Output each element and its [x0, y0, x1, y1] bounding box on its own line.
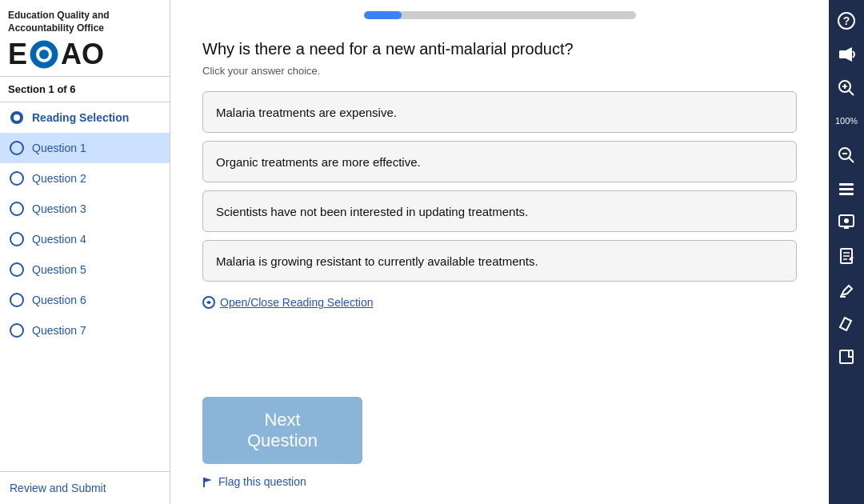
- question7-label: Question 7: [32, 324, 86, 337]
- svg-text:?: ?: [843, 14, 850, 27]
- audio-button[interactable]: [832, 40, 861, 69]
- progress-bar-container: [170, 0, 829, 27]
- question7-icon: [10, 323, 24, 338]
- zoom-out-button[interactable]: [832, 141, 861, 170]
- svg-point-7: [10, 202, 23, 215]
- zoom-level-label: 100%: [832, 107, 861, 136]
- sidebar-item-question-3[interactable]: Question 3: [0, 194, 170, 224]
- sidebar-item-question-4[interactable]: Question 4: [0, 224, 170, 254]
- svg-point-11: [10, 324, 23, 337]
- answer-option-d[interactable]: Malaria is growing resistant to currentl…: [202, 240, 797, 282]
- svg-point-9: [10, 263, 23, 276]
- line-guide-button[interactable]: [832, 174, 861, 203]
- answer-option-a-text: Malaria treatments are expensive.: [216, 106, 397, 119]
- highlight-icon: [838, 281, 855, 298]
- sidebar-item-reading-selection[interactable]: Reading Selection: [0, 102, 170, 133]
- sidebar-item-question-7[interactable]: Question 7: [0, 315, 170, 346]
- svg-rect-28: [839, 193, 854, 195]
- question2-label: Question 2: [32, 172, 86, 185]
- eraser-icon: [838, 314, 855, 332]
- question2-icon: [10, 171, 24, 186]
- answer-option-a[interactable]: Malaria treatments are expensive.: [202, 91, 797, 133]
- section-label: Section 1 of 6: [0, 77, 170, 102]
- svg-rect-17: [839, 50, 846, 58]
- svg-point-6: [10, 172, 23, 185]
- eqao-logo: E AO: [8, 39, 162, 70]
- question-area: Why is there a need for a new anti-malar…: [170, 27, 829, 373]
- svg-marker-13: [204, 478, 212, 482]
- link-icon: [202, 296, 215, 309]
- question3-label: Question 3: [32, 202, 86, 215]
- sticky-note-icon: [838, 348, 855, 366]
- answer-option-c-text: Scientists have not been interested in u…: [216, 205, 528, 218]
- question5-label: Question 5: [32, 263, 86, 276]
- help-button[interactable]: ?: [832, 6, 861, 35]
- question-title: Why is there a need for a new anti-malar…: [202, 40, 797, 58]
- svg-marker-38: [840, 318, 851, 330]
- question3-icon: [10, 202, 24, 216]
- notepad-button[interactable]: [832, 242, 861, 270]
- answer-option-c[interactable]: Scientists have not been interested in u…: [202, 190, 797, 232]
- svg-marker-18: [846, 47, 852, 62]
- zoom-in-button[interactable]: [832, 74, 861, 102]
- answer-option-d-text: Malaria is growing resistant to currentl…: [216, 254, 538, 268]
- svg-point-30: [844, 218, 849, 223]
- svg-line-20: [849, 90, 854, 95]
- next-question-button[interactable]: Next Question: [202, 397, 362, 464]
- flag-question-label: Flag this question: [218, 475, 306, 488]
- progress-bar-track: [364, 11, 636, 19]
- svg-point-10: [10, 294, 23, 306]
- svg-rect-26: [839, 183, 854, 186]
- review-submit-link[interactable]: Review and Submit: [0, 471, 170, 504]
- question5-icon: [10, 262, 24, 277]
- progress-bar-fill: [364, 11, 402, 19]
- question6-label: Question 6: [32, 294, 86, 306]
- screen-reader-button[interactable]: [832, 208, 861, 237]
- reading-selection-label: Reading Selection: [32, 111, 129, 124]
- question-instruction: Click your answer choice.: [202, 65, 797, 77]
- answer-option-b-text: Organic treatments are more effective.: [216, 155, 421, 169]
- highlight-button[interactable]: [832, 275, 861, 304]
- question1-label: Question 1: [32, 142, 86, 154]
- logo-circle: [29, 39, 59, 70]
- open-close-label: Open/Close Reading Selection: [220, 296, 373, 309]
- org-name: Education Quality and Accountability Off…: [8, 10, 162, 34]
- svg-point-8: [10, 233, 23, 246]
- question4-icon: [10, 232, 24, 246]
- sidebar-item-question-2[interactable]: Question 2: [0, 163, 170, 194]
- svg-point-2: [39, 50, 49, 59]
- svg-rect-27: [839, 188, 854, 190]
- logo-e: E: [8, 40, 27, 69]
- question6-icon: [10, 293, 24, 307]
- audio-icon: [838, 46, 855, 63]
- sidebar-item-question-1[interactable]: Question 1: [0, 133, 170, 163]
- help-icon: ?: [838, 12, 855, 30]
- question4-label: Question 4: [32, 233, 86, 246]
- nav-list: Reading Selection Question 1 Question 2 …: [0, 102, 170, 471]
- notepad-icon: [838, 247, 855, 265]
- flag-icon: [202, 476, 214, 487]
- right-toolbar: ? 100%: [829, 0, 864, 504]
- screen-reader-icon: [838, 214, 855, 231]
- line-guide-icon: [838, 180, 855, 198]
- sidebar-item-question-5[interactable]: Question 5: [0, 254, 170, 285]
- sticky-note-button[interactable]: [832, 342, 861, 371]
- question1-icon: [10, 141, 24, 155]
- logo-area: Education Quality and Accountability Off…: [0, 0, 170, 77]
- flag-question-link[interactable]: Flag this question: [170, 472, 829, 504]
- eraser-button[interactable]: [832, 309, 861, 338]
- logo-ao: AO: [61, 40, 104, 69]
- svg-point-5: [10, 142, 23, 154]
- open-close-reading-link[interactable]: Open/Close Reading Selection: [202, 296, 797, 309]
- answer-option-b[interactable]: Organic treatments are more effective.: [202, 141, 797, 182]
- sidebar-item-question-6[interactable]: Question 6: [0, 285, 170, 315]
- sidebar: Education Quality and Accountability Off…: [0, 0, 170, 504]
- reading-icon: [10, 110, 24, 125]
- svg-line-24: [849, 158, 854, 162]
- zoom-out-icon: [838, 146, 855, 164]
- main-content: Why is there a need for a new anti-malar…: [170, 0, 829, 504]
- svg-point-4: [14, 114, 20, 121]
- zoom-in-icon: [838, 79, 855, 97]
